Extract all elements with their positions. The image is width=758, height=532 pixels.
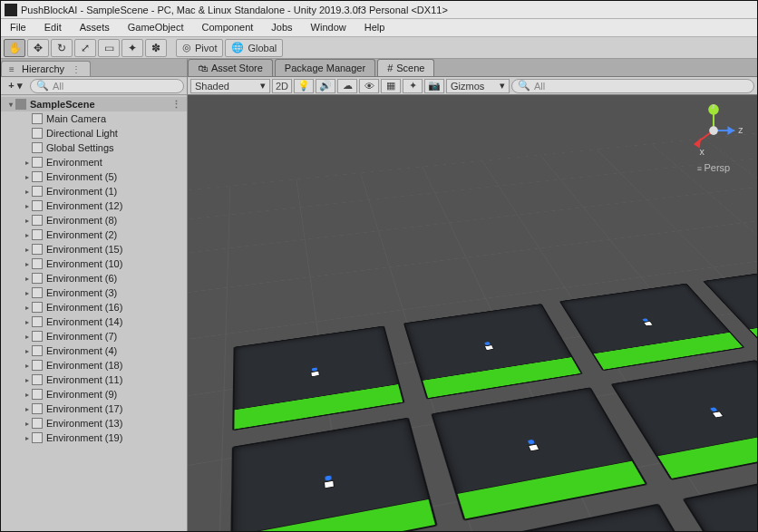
gameobject-icon	[32, 229, 43, 240]
menu-item-assets[interactable]: Assets	[71, 19, 119, 36]
tools-dropdown[interactable]: ✦	[403, 79, 423, 93]
menu-item-jobs[interactable]: Jobs	[262, 19, 301, 36]
foldout-arrow-icon[interactable]: ▸	[23, 202, 32, 210]
hierarchy-item[interactable]: ▸Environment (15)	[1, 242, 187, 256]
menu-item-component[interactable]: Component	[192, 19, 262, 36]
foldout-arrow-icon[interactable]: ▸	[23, 246, 32, 254]
foldout-arrow-icon[interactable]: ▾	[6, 101, 15, 109]
foldout-arrow-icon[interactable]: ▸	[23, 217, 32, 225]
foldout-arrow-icon[interactable]: ▸	[23, 405, 32, 413]
hierarchy-item[interactable]: ▸Environment (10)	[1, 256, 187, 271]
foldout-arrow-icon[interactable]: ▸	[23, 188, 32, 196]
lighting-toggle[interactable]: 💡	[294, 79, 314, 93]
foldout-arrow-icon[interactable]: ▸	[23, 260, 32, 268]
shading-mode-dropdown[interactable]: Shaded ▾	[190, 79, 270, 93]
audio-toggle[interactable]: 🔊	[316, 79, 335, 93]
menu-item-file[interactable]: File	[1, 19, 35, 36]
hierarchy-item[interactable]: ▸Environment (2)	[1, 227, 187, 242]
hierarchy-item[interactable]: ▸Environment (19)	[1, 430, 187, 445]
gameobject-icon	[32, 113, 43, 124]
hand-tool-button[interactable]: ✋	[4, 39, 25, 57]
hierarchy-item[interactable]: Global Settings	[1, 140, 187, 155]
menu-item-window[interactable]: Window	[302, 19, 355, 36]
foldout-arrow-icon[interactable]: ▸	[23, 420, 32, 428]
foldout-arrow-icon[interactable]: ▸	[23, 289, 32, 297]
hierarchy-item[interactable]: ▸Environment (5)	[1, 169, 187, 184]
rotate-tool-button[interactable]: ↻	[51, 39, 73, 57]
hierarchy-item[interactable]: ▸Environment (18)	[1, 358, 187, 372]
hierarchy-item[interactable]: ▸Environment (7)	[1, 329, 187, 343]
hierarchy-item[interactable]: ▸Environment (16)	[1, 300, 187, 314]
gameobject-icon	[32, 273, 43, 284]
hierarchy-item[interactable]: ▸Environment (11)	[1, 372, 187, 387]
rect-tool-button[interactable]: ▭	[98, 39, 120, 57]
grid-toggle[interactable]: ▦	[381, 79, 401, 93]
foldout-arrow-icon[interactable]: ▸	[23, 275, 32, 283]
hierarchy-create-dropdown[interactable]: + ▾	[4, 79, 27, 93]
hierarchy-scene-row[interactable]: ▾SampleScene⋮	[1, 97, 187, 111]
tab-package-manager[interactable]: Package Manager	[275, 59, 375, 76]
custom-tool-button[interactable]: ✽	[145, 39, 167, 57]
hierarchy-item[interactable]: ▸Environment (13)	[1, 416, 187, 430]
chevron-down-icon: ▾	[500, 80, 505, 92]
scene-toolbar: Shaded ▾ 2D 💡 🔊 ☁ 👁 ▦ ✦ 📷 Gizmos ▾ 🔍 All	[188, 77, 757, 95]
hierarchy-item[interactable]: Directional Light	[1, 126, 187, 140]
hierarchy-item[interactable]: ▸Environment (12)	[1, 198, 187, 213]
foldout-arrow-icon[interactable]: ▸	[23, 376, 32, 384]
gameobject-icon	[32, 360, 43, 371]
hierarchy-item[interactable]: ▸Environment (14)	[1, 314, 187, 329]
hierarchy-item[interactable]: ▸Environment	[1, 155, 187, 169]
hierarchy-item[interactable]: ▸Environment (17)	[1, 401, 187, 416]
projection-label[interactable]: ≡ Persp	[683, 162, 744, 173]
foldout-arrow-icon[interactable]: ▸	[23, 333, 32, 341]
hierarchy-item[interactable]: ▸Environment (8)	[1, 213, 187, 227]
menu-item-edit[interactable]: Edit	[35, 19, 71, 36]
scene-options-icon[interactable]: ⋮	[171, 99, 183, 111]
foldout-arrow-icon[interactable]: ▸	[23, 347, 32, 355]
gameobject-icon	[32, 331, 43, 342]
menu-item-help[interactable]: Help	[355, 19, 394, 36]
hierarchy-tree[interactable]: ▾SampleScene⋮Main CameraDirectional Ligh…	[1, 95, 187, 531]
move-tool-button[interactable]: ✥	[27, 39, 49, 57]
foldout-arrow-icon[interactable]: ▸	[23, 231, 32, 239]
foldout-arrow-icon[interactable]: ▸	[23, 434, 32, 442]
foldout-arrow-icon[interactable]: ▸	[23, 391, 32, 399]
scene-viewport[interactable]: y z x ≡ Persp	[188, 95, 757, 531]
global-toggle[interactable]: 🌐 Global	[225, 39, 283, 57]
foldout-arrow-icon[interactable]: ▸	[23, 362, 32, 370]
orientation-gizmo[interactable]: y z x ≡ Persp	[683, 104, 744, 175]
foldout-arrow-icon[interactable]: ▸	[23, 318, 32, 326]
foldout-arrow-icon[interactable]: ▸	[23, 159, 32, 167]
mode-2d-toggle[interactable]: 2D	[272, 79, 292, 93]
foldout-arrow-icon[interactable]: ▸	[23, 173, 32, 181]
global-label: Global	[248, 43, 277, 53]
hierarchy-tab-options-icon[interactable]: ⋮	[68, 64, 81, 74]
scale-tool-button[interactable]: ⤢	[74, 39, 96, 57]
scene-search-input[interactable]: 🔍 All	[511, 79, 754, 93]
gameobject-icon	[32, 215, 43, 226]
gizmos-dropdown[interactable]: Gizmos ▾	[446, 79, 510, 93]
chevron-down-icon: ▾	[260, 80, 266, 92]
main-toolbar: ✋ ✥ ↻ ⤢ ▭ ✦ ✽ ◎ Pivot 🌐 Global	[1, 37, 757, 59]
menu-item-gameobject[interactable]: GameObject	[119, 19, 193, 36]
hierarchy-item[interactable]: Main Camera	[1, 111, 187, 126]
hierarchy-item[interactable]: ▸Environment (3)	[1, 285, 187, 300]
hierarchy-item[interactable]: ▸Environment (9)	[1, 387, 187, 401]
axis-z-label: z	[738, 124, 743, 135]
hierarchy-search-input[interactable]: 🔍 All	[30, 79, 184, 93]
transform-tool-button[interactable]: ✦	[121, 39, 143, 57]
tab-scene[interactable]: # Scene	[377, 59, 434, 76]
tab-asset-store[interactable]: 🛍 Asset Store	[188, 59, 273, 76]
hierarchy-item[interactable]: ▸Environment (1)	[1, 184, 187, 198]
fx-dropdown[interactable]: ☁	[337, 79, 357, 93]
camera-dropdown[interactable]: 📷	[424, 79, 444, 93]
hierarchy-item[interactable]: ▸Environment (6)	[1, 271, 187, 285]
menu-bar: FileEditAssetsGameObjectComponentJobsWin…	[1, 19, 757, 37]
foldout-arrow-icon[interactable]: ▸	[23, 304, 32, 312]
pivot-toggle[interactable]: ◎ Pivot	[176, 39, 223, 57]
hierarchy-tab-label: Hierarchy	[22, 63, 64, 74]
environment-tile	[403, 304, 583, 400]
tab-hierarchy[interactable]: ≡ Hierarchy ⋮	[1, 61, 91, 76]
hierarchy-item[interactable]: ▸Environment (4)	[1, 343, 187, 358]
hidden-objects-toggle[interactable]: 👁	[359, 79, 379, 93]
